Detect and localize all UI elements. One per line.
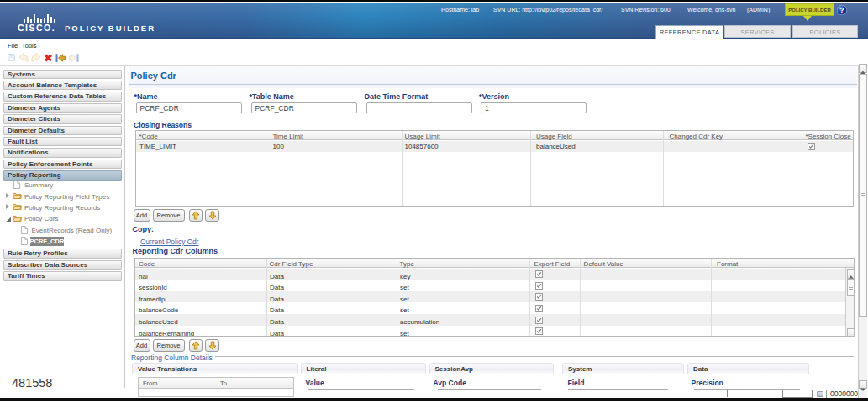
svg-text:?: ? (839, 6, 844, 14)
